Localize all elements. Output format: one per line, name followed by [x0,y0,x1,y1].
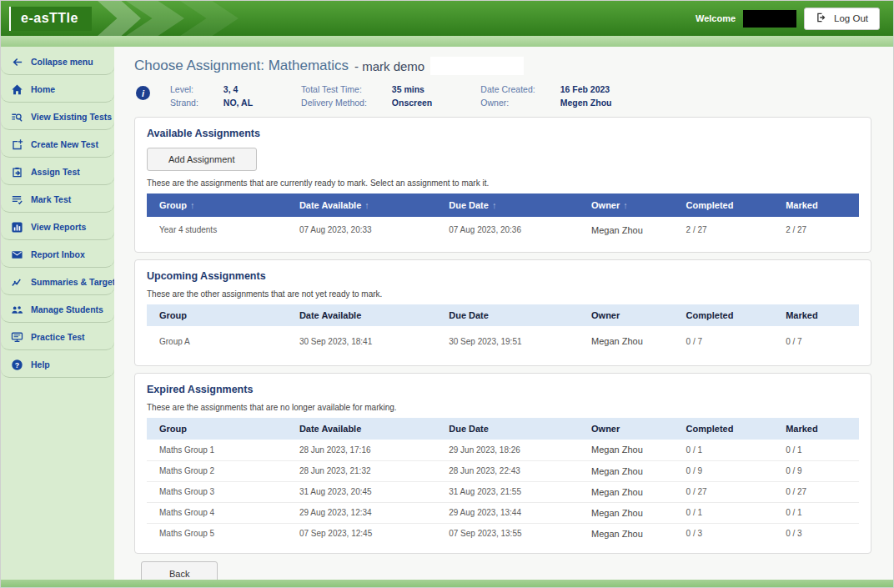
add-assignment-button[interactable]: Add Assignment [147,148,257,171]
table-row: Maths Group 228 Jun 2023, 21:3228 Jun 20… [147,460,859,481]
students-icon [9,304,24,316]
info-label: Strand: [170,98,198,108]
cell-date-available: 07 Sep 2023, 12:45 [299,523,448,544]
table-row: Maths Group 429 Aug 2023, 12:3429 Aug 20… [147,502,859,523]
cell-marked: 0 / 27 [785,481,859,502]
sidebar-item-label: Home [31,84,55,94]
info-label: Delivery Method: [301,98,367,108]
info-value: Megen Zhou [560,98,612,108]
section-description: These are the other assignments that are… [147,289,859,299]
info-value: NO, AL [224,98,253,108]
section-heading: Expired Assignments [147,384,859,395]
sort-ascending-icon: ↑ [489,200,497,210]
column-header-owner[interactable]: Owner↑ [590,193,686,217]
header-accent-strip [1,36,893,47]
column-header-owner: Owner [590,304,686,326]
cell-due-date: 29 Jun 2023, 18:26 [448,440,590,460]
table-row[interactable]: Year 4 students07 Aug 2023, 20:3307 Aug … [147,217,859,243]
sidebar-item-label: Create New Test [31,139,98,149]
sidebar-item-report-inbox[interactable]: Report Inbox [1,242,114,268]
sidebar-item-collapse-menu[interactable]: Collapse menu [1,49,114,75]
inbox-icon [9,249,24,261]
sidebar-item-help[interactable]: ?Help [1,352,114,378]
column-header-completed: Completed [686,304,786,326]
column-header-marked: Marked [785,193,859,217]
assign-test-icon [9,166,24,178]
cell-group: Maths Group 1 [147,440,299,460]
back-button[interactable]: Back [141,561,218,580]
column-header-group[interactable]: Group↑ [147,193,299,217]
section-description: These are the assignments that are curre… [147,178,859,188]
column-header-date-available[interactable]: Date Available↑ [299,193,448,217]
cell-due-date: 07 Sep 2023, 13:55 [448,523,590,544]
sidebar-item-manage-students[interactable]: Manage Students [1,297,114,323]
sidebar-item-view-reports[interactable]: View Reports [1,214,114,240]
cell-group: Maths Group 4 [147,502,299,523]
table-header-row: Group↑Date Available↑Due Date↑Owner↑Comp… [147,193,859,217]
info-value: 3, 4 [224,84,253,94]
info-icon: i [136,86,150,100]
column-header-due-date: Due Date [448,418,590,440]
cell-owner: Megan Zhou [590,502,686,523]
info-value: Onscreen [392,98,432,108]
cell-marked: 0 / 3 [785,523,859,544]
info-value: 35 mins [392,84,432,94]
info-label: Owner: [480,98,535,108]
info-group-level-strand: Level: 3, 4 Strand: NO, AL [170,84,253,108]
column-header-completed: Completed [686,418,786,440]
logout-button[interactable]: Log Out [804,8,880,30]
cell-date-available: 28 Jun 2023, 17:16 [299,440,448,460]
sidebar-item-practice-test[interactable]: Practice Test [1,324,114,350]
cell-due-date: 07 Aug 2023, 20:36 [448,217,590,243]
table-row: Group A30 Sep 2023, 18:4130 Sep 2023, 19… [147,326,859,356]
view-tests-icon [9,111,24,123]
mark-test-icon [9,193,24,206]
sidebar-item-assign-test[interactable]: Assign Test [1,159,114,185]
column-header-marked: Marked [785,304,859,326]
cell-date-available: 07 Aug 2023, 20:33 [299,217,448,243]
easttle-logo: e-asTTle [9,7,92,31]
sidebar-item-label: Report Inbox [31,249,85,259]
sort-ascending-icon: ↑ [187,200,195,210]
collapse-arrow-icon [9,56,24,68]
table-row: Maths Group 128 Jun 2023, 17:1629 Jun 20… [147,440,859,460]
upcoming-assignments-table: GroupDate AvailableDue DateOwnerComplete… [147,304,859,356]
sidebar-item-label: View Existing Tests [31,112,112,122]
info-group-time-delivery: Total Test Time: 35 mins Delivery Method… [301,84,432,108]
cell-group: Maths Group 2 [147,460,299,481]
cell-completed: 0 / 9 [686,460,786,481]
section-heading: Upcoming Assignments [147,270,859,282]
sidebar-item-label: Collapse menu [31,57,93,67]
expired-assignments-section: Expired Assignments These are the assign… [134,373,871,554]
reports-icon [9,221,24,234]
sidebar-item-create-new-test[interactable]: Create New Test [1,132,114,158]
footer-strip [1,580,893,587]
cell-marked: 0 / 1 [785,502,859,523]
sidebar-item-summaries-targets[interactable]: Summaries & Targets [1,269,114,295]
cell-owner: Megan Zhou [590,481,686,502]
sidebar-item-home[interactable]: Home [1,77,114,103]
sidebar-item-mark-test[interactable]: Mark Test [1,187,114,213]
info-value: 16 Feb 2023 [560,84,612,94]
summaries-icon [9,276,24,289]
sort-ascending-icon: ↑ [620,200,628,210]
section-description: These are the assignments that are no lo… [147,403,859,412]
column-header-due-date[interactable]: Due Date↑ [448,193,590,217]
practice-icon [9,331,24,344]
cell-marked: 0 / 9 [785,460,859,481]
cell-date-available: 29 Aug 2023, 12:34 [299,502,448,523]
cell-owner: Megan Zhou [590,460,686,481]
sidebar-item-label: View Reports [31,222,86,232]
cell-owner: Megan Zhou [590,440,686,460]
column-header-date-available: Date Available [299,418,448,440]
table-row: Maths Group 331 Aug 2023, 20:4531 Aug 20… [147,481,859,502]
column-header-due-date: Due Date [448,304,590,326]
cell-date-available: 28 Jun 2023, 21:32 [299,460,448,481]
info-label: Level: [170,84,198,94]
page-title: Choose Assignment: Mathematics - mark de… [134,57,871,75]
sidebar-item-view-existing-tests[interactable]: View Existing Tests [1,104,114,130]
cell-due-date: 31 Aug 2023, 21:55 [448,481,590,502]
upcoming-assignments-section: Upcoming Assignments These are the other… [134,259,871,366]
column-header-date-available: Date Available [299,304,448,326]
cell-owner: Megan Zhou [590,217,686,243]
